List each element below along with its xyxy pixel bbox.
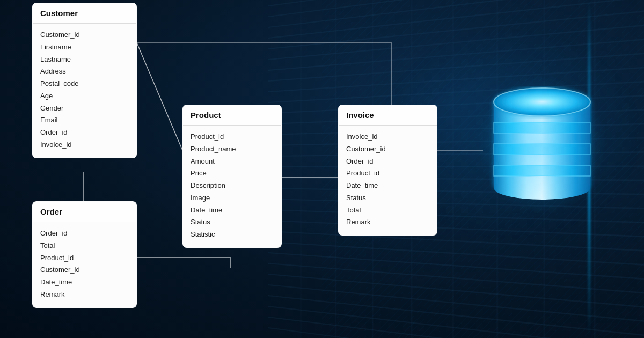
invoice-field-2: Customer_id	[346, 143, 429, 156]
order-field-4: Customer_id	[40, 264, 129, 276]
invoice-title: Invoice	[346, 111, 374, 120]
invoice-field-6: Status	[346, 192, 429, 204]
customer-field-10: Invoice_id	[40, 139, 129, 151]
database-svg	[488, 86, 596, 204]
invoice-field-1: Invoice_id	[346, 131, 429, 143]
product-field-5: Description	[191, 180, 274, 192]
order-field-6: Remark	[40, 289, 129, 301]
product-field-9: Statistic	[191, 229, 274, 241]
svg-line-0	[137, 43, 182, 150]
customer-field-1: Customer_id	[40, 29, 129, 41]
product-table: Product Product_id Product_name Amount P…	[182, 105, 282, 248]
product-title: Product	[191, 111, 221, 120]
product-field-8: Status	[191, 216, 274, 229]
product-field-1: Product_id	[191, 131, 274, 143]
invoice-table-body: Invoice_id Customer_id Order_id Product_…	[339, 126, 437, 235]
invoice-field-3: Order_id	[346, 156, 429, 168]
customer-table-body: Customer_id Firstname Lastname Address P…	[33, 24, 136, 158]
invoice-table-header: Invoice	[339, 105, 437, 126]
product-field-6: Image	[191, 192, 274, 204]
customer-field-8: Email	[40, 114, 129, 127]
customer-table: Customer Customer_id Firstname Lastname …	[32, 3, 137, 158]
svg-rect-10	[494, 144, 590, 155]
product-field-7: Date_time	[191, 204, 274, 217]
diagram-content: Customer Customer_id Firstname Lastname …	[0, 0, 644, 338]
product-table-header: Product	[183, 105, 281, 126]
invoice-field-7: Total	[346, 204, 429, 217]
customer-table-header: Customer	[33, 3, 136, 24]
invoice-field-8: Remark	[346, 216, 429, 229]
customer-field-5: Postal_code	[40, 78, 129, 90]
svg-rect-11	[494, 165, 590, 176]
customer-field-9: Order_id	[40, 127, 129, 139]
customer-field-4: Address	[40, 65, 129, 78]
invoice-field-4: Product_id	[346, 167, 429, 180]
customer-field-6: Age	[40, 90, 129, 102]
svg-rect-9	[494, 122, 590, 133]
product-field-2: Product_name	[191, 143, 274, 156]
product-table-body: Product_id Product_name Amount Price Des…	[183, 126, 281, 247]
order-table-header: Order	[33, 202, 136, 222]
customer-field-3: Lastname	[40, 54, 129, 66]
product-field-3: Amount	[191, 156, 274, 168]
order-table-body: Order_id Total Product_id Customer_id Da…	[33, 222, 136, 307]
customer-field-7: Gender	[40, 102, 129, 115]
order-table: Order Order_id Total Product_id Customer…	[32, 201, 137, 308]
order-title: Order	[40, 207, 62, 216]
customer-field-2: Firstname	[40, 41, 129, 54]
order-field-2: Total	[40, 240, 129, 252]
order-field-3: Product_id	[40, 252, 129, 264]
database-icon	[488, 86, 596, 204]
product-field-4: Price	[191, 167, 274, 180]
order-field-5: Date_time	[40, 276, 129, 289]
svg-point-13	[494, 176, 590, 200]
customer-title: Customer	[40, 9, 78, 18]
order-field-1: Order_id	[40, 227, 129, 240]
invoice-field-5: Date_time	[346, 180, 429, 192]
invoice-table: Invoice Invoice_id Customer_id Order_id …	[338, 105, 437, 236]
